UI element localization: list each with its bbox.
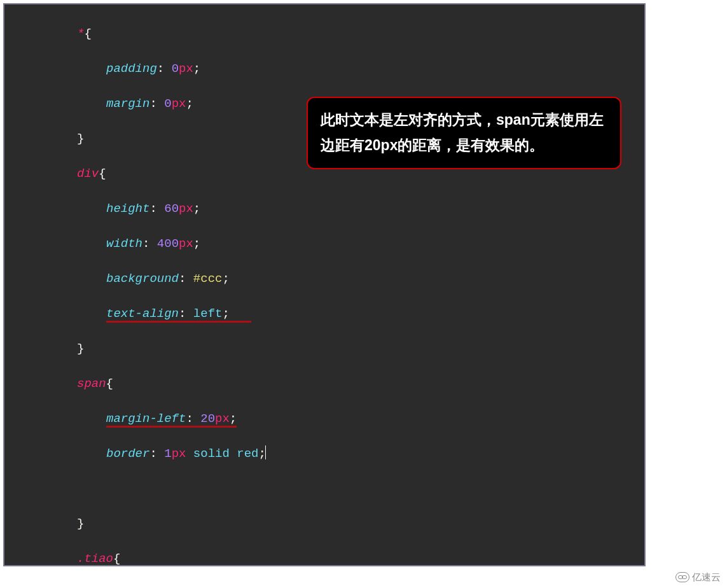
underline-margin-left: margin-left: 20px;: [106, 412, 237, 428]
code-area[interactable]: *{ padding: 0px; margin: 0px; } div{ hei…: [4, 4, 644, 566]
watermark-text: 亿速云: [692, 571, 721, 584]
selector-star: *: [77, 27, 84, 41]
annotation-text: 此时文本是左对齐的方式，span元素使用左边距有20px的距离，是有效果的。: [321, 111, 604, 153]
code-editor-frame: *{ padding: 0px; margin: 0px; } div{ hei…: [3, 3, 646, 566]
cloud-icon: [675, 572, 689, 582]
underline-text-align: text-align: left;: [106, 307, 251, 323]
annotation-callout: 此时文本是左对齐的方式，span元素使用左边距有20px的距离，是有效果的。: [307, 97, 621, 169]
text-cursor: [265, 445, 266, 459]
watermark: 亿速云: [675, 569, 721, 585]
